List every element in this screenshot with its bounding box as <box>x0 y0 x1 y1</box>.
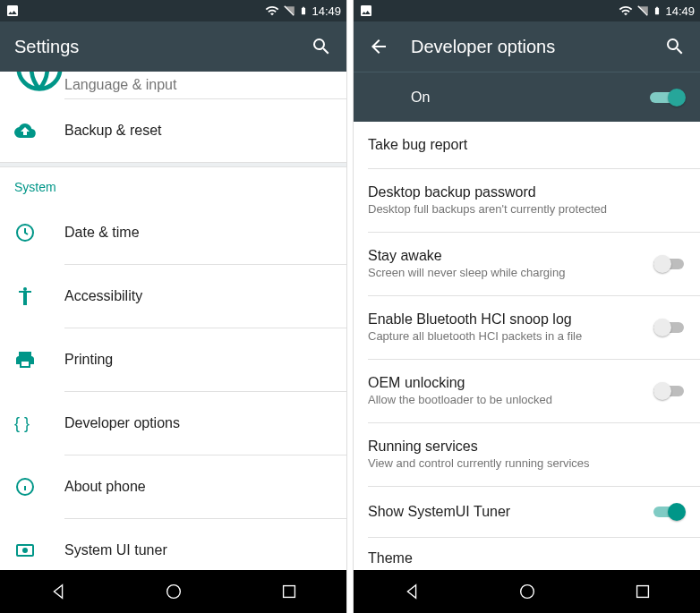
app-bar: Developer options <box>354 21 700 72</box>
battery-icon <box>299 4 308 18</box>
list-item-label: Enable Bluetooth HCI snoop log <box>368 311 653 328</box>
svg-point-8 <box>520 585 534 599</box>
list-item-label: Desktop backup password <box>368 184 686 200</box>
list-item-label: Language & input <box>64 77 176 93</box>
status-time: 14:49 <box>312 4 341 18</box>
list-item-label: Accessibility <box>64 288 332 304</box>
list-item: Take bug report <box>354 122 700 168</box>
list-item-label: Date & time <box>64 225 332 241</box>
list-item[interactable]: Printing <box>0 328 346 391</box>
info-icon <box>14 476 36 498</box>
list-item[interactable]: Stay awake Screen will never sleep while… <box>354 233 700 295</box>
braces-icon: { } <box>14 414 30 433</box>
list-item-label: Backup & reset <box>64 123 332 139</box>
status-time: 14:49 <box>665 4 695 18</box>
navigation-bar <box>354 570 700 613</box>
toggle-switch[interactable] <box>653 503 686 521</box>
globe-icon <box>14 72 64 93</box>
navigation-bar <box>0 570 346 613</box>
toggle-switch[interactable] <box>653 255 686 273</box>
list-item-label: Show SystemUI Tuner <box>368 504 653 520</box>
clock-icon <box>14 222 36 243</box>
master-switch-row[interactable]: On <box>354 72 700 122</box>
list-item[interactable]: Show SystemUI Tuner <box>354 487 700 537</box>
svg-rect-7 <box>283 586 295 598</box>
recent-nav-icon[interactable] <box>279 582 299 601</box>
section-header: System <box>0 167 346 201</box>
page-title: Developer options <box>411 37 643 57</box>
status-bar: 14:49 <box>0 0 346 21</box>
toggle-switch[interactable] <box>653 382 686 400</box>
list-item-summary: View and control currently running servi… <box>368 456 686 472</box>
home-nav-icon[interactable] <box>164 582 184 601</box>
screenshot-icon <box>5 4 20 18</box>
list-item[interactable]: Enable Bluetooth HCI snoop log Capture a… <box>354 296 700 359</box>
list-item-label: OEM unlocking <box>368 375 653 391</box>
home-nav-icon[interactable] <box>517 582 537 601</box>
list-item[interactable]: OEM unlocking Allow the bootloader to be… <box>354 360 700 422</box>
screenshot-icon <box>359 4 373 18</box>
wifi-icon <box>265 4 279 18</box>
app-bar: Settings <box>0 21 346 72</box>
list-item[interactable]: Date & time <box>0 201 346 264</box>
list-item-label: Stay awake <box>368 248 653 264</box>
backup-icon <box>14 120 36 141</box>
list-item[interactable]: Theme Light <box>354 538 700 570</box>
back-nav-icon[interactable] <box>48 582 68 601</box>
list-item[interactable]: Backup & reset <box>0 99 346 162</box>
list-item[interactable]: Running services View and control curren… <box>354 423 700 486</box>
battery-icon <box>653 4 662 18</box>
list-item-label: Running services <box>368 438 686 455</box>
master-switch-label: On <box>411 89 650 106</box>
list-item-label: Theme <box>368 550 686 566</box>
svg-point-2 <box>23 287 27 291</box>
list-item-summary: Capture all bluetooth HCI packets in a f… <box>368 329 653 345</box>
page-title: Settings <box>14 37 289 57</box>
print-icon <box>14 349 36 370</box>
wifi-icon <box>619 4 633 18</box>
list-item-summary: Desktop full backups aren't currently pr… <box>368 202 686 217</box>
list-item[interactable]: Desktop backup password Desktop full bac… <box>354 169 700 232</box>
toggle-switch[interactable] <box>653 319 686 336</box>
accessibility-icon <box>14 285 36 307</box>
list-item[interactable]: Accessibility <box>0 265 346 328</box>
list-item[interactable]: System UI tuner <box>0 519 346 570</box>
list-item-label: System UI tuner <box>64 542 332 558</box>
list-item[interactable]: { } Developer options <box>0 392 346 455</box>
list-item-label: Printing <box>64 352 332 368</box>
back-icon[interactable] <box>368 36 389 57</box>
master-switch[interactable] <box>650 89 686 106</box>
status-bar: 14:49 <box>354 0 700 21</box>
search-icon[interactable] <box>664 36 686 57</box>
list-item-summary: Allow the bootloader to be unlocked <box>368 393 653 408</box>
svg-rect-9 <box>636 586 648 598</box>
svg-point-6 <box>166 585 180 599</box>
no-sim-icon <box>283 4 295 17</box>
list-item-summary: Light <box>368 568 686 570</box>
svg-point-5 <box>23 549 27 552</box>
list-item-label: About phone <box>64 479 332 495</box>
list-item-label: Developer options <box>64 415 332 431</box>
recent-nav-icon[interactable] <box>633 582 653 601</box>
list-item[interactable]: Language & input <box>0 72 346 98</box>
back-nav-icon[interactable] <box>402 582 422 601</box>
list-item-label: Take bug report <box>368 137 686 153</box>
list-item-summary: Screen will never sleep while charging <box>368 266 653 281</box>
list-item[interactable]: About phone <box>0 455 346 518</box>
search-icon[interactable] <box>311 36 332 57</box>
tuner-icon <box>14 540 36 561</box>
no-sim-icon <box>636 4 649 17</box>
